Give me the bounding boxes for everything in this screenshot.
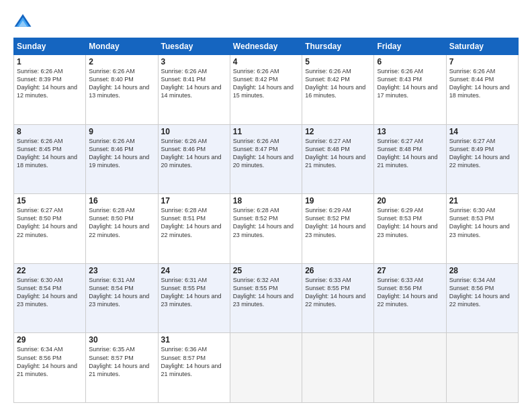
day-number: 10 [161, 127, 227, 136]
cell-details: Sunrise: 6:36 AMSunset: 8:57 PMDaylight:… [161, 345, 227, 378]
day-number: 9 [89, 127, 154, 136]
page: SundayMondayTuesdayWednesdayThursdayFrid… [0, 0, 532, 411]
header [13, 12, 519, 31]
cell-details: Sunrise: 6:29 AMSunset: 8:52 PMDaylight:… [305, 206, 371, 239]
day-number: 8 [17, 127, 83, 136]
day-number: 14 [449, 127, 515, 136]
calendar-cell: 27Sunrise: 6:33 AMSunset: 8:56 PMDayligh… [374, 263, 446, 333]
calendar-cell: 11Sunrise: 6:26 AMSunset: 8:47 PMDayligh… [230, 124, 302, 194]
col-header-friday: Friday [374, 38, 446, 55]
calendar-cell: 14Sunrise: 6:27 AMSunset: 8:49 PMDayligh… [446, 124, 518, 194]
day-number: 5 [305, 57, 371, 66]
day-number: 24 [161, 266, 227, 275]
day-number: 30 [89, 335, 154, 345]
calendar-cell: 1Sunrise: 6:26 AMSunset: 8:39 PMDaylight… [14, 55, 86, 125]
cell-details: Sunrise: 6:30 AMSunset: 8:54 PMDaylight:… [17, 276, 83, 309]
calendar-cell: 25Sunrise: 6:32 AMSunset: 8:55 PMDayligh… [230, 263, 302, 333]
day-number: 7 [449, 57, 515, 66]
cell-details: Sunrise: 6:29 AMSunset: 8:53 PMDaylight:… [377, 206, 443, 239]
cell-details: Sunrise: 6:31 AMSunset: 8:55 PMDaylight:… [161, 276, 227, 309]
calendar-cell: 12Sunrise: 6:27 AMSunset: 8:48 PMDayligh… [302, 124, 374, 194]
calendar-cell: 20Sunrise: 6:29 AMSunset: 8:53 PMDayligh… [374, 194, 446, 264]
cell-details: Sunrise: 6:28 AMSunset: 8:50 PMDaylight:… [89, 206, 154, 239]
cell-details: Sunrise: 6:28 AMSunset: 8:51 PMDaylight:… [161, 206, 227, 239]
col-header-monday: Monday [86, 38, 158, 55]
day-number: 2 [89, 57, 154, 66]
col-header-sunday: Sunday [14, 38, 86, 55]
calendar-cell: 22Sunrise: 6:30 AMSunset: 8:54 PMDayligh… [14, 263, 86, 333]
cell-details: Sunrise: 6:35 AMSunset: 8:57 PMDaylight:… [89, 345, 154, 378]
day-number: 27 [377, 266, 443, 275]
cell-details: Sunrise: 6:26 AMSunset: 8:44 PMDaylight:… [449, 67, 515, 100]
calendar-cell: 17Sunrise: 6:28 AMSunset: 8:51 PMDayligh… [158, 194, 230, 264]
day-number: 25 [233, 266, 299, 275]
calendar-cell [230, 333, 302, 403]
col-header-saturday: Saturday [446, 38, 518, 55]
calendar-cell: 3Sunrise: 6:26 AMSunset: 8:41 PMDaylight… [158, 55, 230, 125]
cell-details: Sunrise: 6:26 AMSunset: 8:47 PMDaylight:… [233, 137, 299, 170]
cell-details: Sunrise: 6:28 AMSunset: 8:52 PMDaylight:… [233, 206, 299, 239]
cell-details: Sunrise: 6:34 AMSunset: 8:56 PMDaylight:… [17, 345, 83, 378]
calendar-week-5: 29Sunrise: 6:34 AMSunset: 8:56 PMDayligh… [14, 333, 519, 403]
cell-details: Sunrise: 6:27 AMSunset: 8:50 PMDaylight:… [17, 206, 83, 239]
day-number: 31 [161, 335, 227, 345]
calendar-cell: 24Sunrise: 6:31 AMSunset: 8:55 PMDayligh… [158, 263, 230, 333]
day-number: 26 [305, 266, 371, 275]
calendar-week-4: 22Sunrise: 6:30 AMSunset: 8:54 PMDayligh… [14, 263, 519, 333]
day-number: 28 [449, 266, 515, 275]
day-number: 3 [161, 57, 227, 66]
calendar-cell: 30Sunrise: 6:35 AMSunset: 8:57 PMDayligh… [86, 333, 158, 403]
cell-details: Sunrise: 6:26 AMSunset: 8:39 PMDaylight:… [17, 67, 83, 100]
calendar-cell: 2Sunrise: 6:26 AMSunset: 8:40 PMDaylight… [86, 55, 158, 125]
calendar-cell: 5Sunrise: 6:26 AMSunset: 8:42 PMDaylight… [302, 55, 374, 125]
cell-details: Sunrise: 6:33 AMSunset: 8:56 PMDaylight:… [377, 276, 443, 309]
day-number: 6 [377, 57, 443, 66]
calendar-cell: 4Sunrise: 6:26 AMSunset: 8:42 PMDaylight… [230, 55, 302, 125]
day-number: 17 [161, 196, 227, 205]
calendar-cell: 7Sunrise: 6:26 AMSunset: 8:44 PMDaylight… [446, 55, 518, 125]
calendar-cell [302, 333, 374, 403]
cell-details: Sunrise: 6:26 AMSunset: 8:42 PMDaylight:… [233, 67, 299, 100]
cell-details: Sunrise: 6:26 AMSunset: 8:45 PMDaylight:… [17, 137, 83, 170]
cell-details: Sunrise: 6:31 AMSunset: 8:54 PMDaylight:… [89, 276, 154, 309]
calendar-cell: 6Sunrise: 6:26 AMSunset: 8:43 PMDaylight… [374, 55, 446, 125]
logo-icon [13, 12, 32, 31]
day-number: 29 [17, 335, 83, 345]
day-number: 11 [233, 127, 299, 136]
day-number: 13 [377, 127, 443, 136]
calendar-cell: 18Sunrise: 6:28 AMSunset: 8:52 PMDayligh… [230, 194, 302, 264]
calendar-cell: 28Sunrise: 6:34 AMSunset: 8:56 PMDayligh… [446, 263, 518, 333]
calendar-week-3: 15Sunrise: 6:27 AMSunset: 8:50 PMDayligh… [14, 194, 519, 264]
calendar-cell [446, 333, 518, 403]
day-number: 16 [89, 196, 154, 205]
day-number: 19 [305, 196, 371, 205]
cell-details: Sunrise: 6:30 AMSunset: 8:53 PMDaylight:… [449, 206, 515, 239]
calendar-cell: 16Sunrise: 6:28 AMSunset: 8:50 PMDayligh… [86, 194, 158, 264]
calendar-table: SundayMondayTuesdayWednesdayThursdayFrid… [13, 38, 519, 403]
cell-details: Sunrise: 6:26 AMSunset: 8:41 PMDaylight:… [161, 67, 227, 100]
calendar-cell: 26Sunrise: 6:33 AMSunset: 8:55 PMDayligh… [302, 263, 374, 333]
cell-details: Sunrise: 6:26 AMSunset: 8:42 PMDaylight:… [305, 67, 371, 100]
day-number: 4 [233, 57, 299, 66]
calendar-week-2: 8Sunrise: 6:26 AMSunset: 8:45 PMDaylight… [14, 124, 519, 194]
cell-details: Sunrise: 6:26 AMSunset: 8:46 PMDaylight:… [161, 137, 227, 170]
cell-details: Sunrise: 6:27 AMSunset: 8:48 PMDaylight:… [377, 137, 443, 170]
cell-details: Sunrise: 6:26 AMSunset: 8:43 PMDaylight:… [377, 67, 443, 100]
day-number: 18 [233, 196, 299, 205]
calendar-cell: 15Sunrise: 6:27 AMSunset: 8:50 PMDayligh… [14, 194, 86, 264]
calendar-cell: 21Sunrise: 6:30 AMSunset: 8:53 PMDayligh… [446, 194, 518, 264]
col-header-thursday: Thursday [302, 38, 374, 55]
calendar-cell: 13Sunrise: 6:27 AMSunset: 8:48 PMDayligh… [374, 124, 446, 194]
day-number: 15 [17, 196, 83, 205]
calendar-cell: 23Sunrise: 6:31 AMSunset: 8:54 PMDayligh… [86, 263, 158, 333]
day-number: 21 [449, 196, 515, 205]
col-header-tuesday: Tuesday [158, 38, 230, 55]
cell-details: Sunrise: 6:33 AMSunset: 8:55 PMDaylight:… [305, 276, 371, 309]
calendar-cell [374, 333, 446, 403]
day-number: 22 [17, 266, 83, 275]
cell-details: Sunrise: 6:32 AMSunset: 8:55 PMDaylight:… [233, 276, 299, 309]
calendar-cell: 31Sunrise: 6:36 AMSunset: 8:57 PMDayligh… [158, 333, 230, 403]
calendar-cell: 10Sunrise: 6:26 AMSunset: 8:46 PMDayligh… [158, 124, 230, 194]
logo [13, 12, 35, 31]
calendar-cell: 8Sunrise: 6:26 AMSunset: 8:45 PMDaylight… [14, 124, 86, 194]
